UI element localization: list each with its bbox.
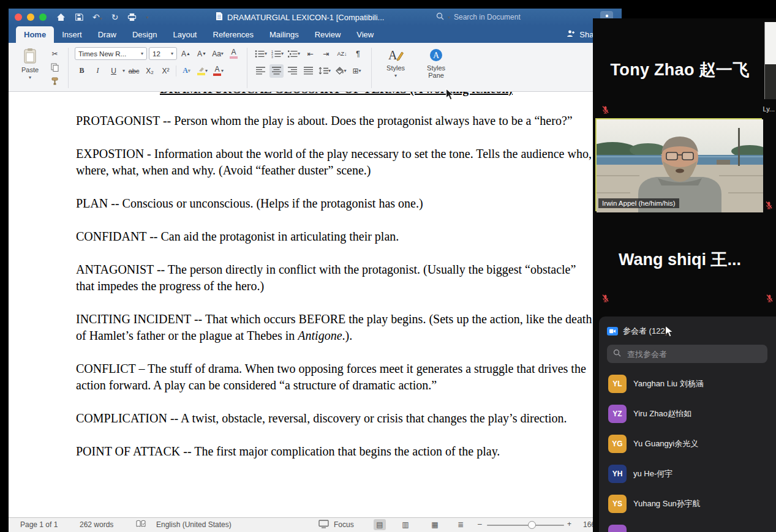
- styles-pane-button[interactable]: A Styles Pane: [418, 46, 454, 90]
- participant-row[interactable]: YLYanghan Liu 刘杨涵: [599, 369, 776, 399]
- paragraph-group: ▾ 123▾ ▾ ⇤ ⇥ AZ↓ ¶ ▾ ▾ ⊞▾: [254, 46, 365, 90]
- text-effects-button[interactable]: A▾: [179, 64, 194, 78]
- bullets-button[interactable]: ▾: [254, 47, 268, 61]
- redo-icon[interactable]: ↻: [111, 12, 119, 22]
- superscript-button[interactable]: X²: [159, 64, 173, 78]
- shading-bucket-button[interactable]: ▾: [334, 64, 348, 78]
- close-window-button[interactable]: [15, 13, 22, 21]
- shrink-font-button[interactable]: A▼: [195, 47, 209, 61]
- corner-participant-name: Ly...: [763, 105, 775, 113]
- zoom-window-button[interactable]: [39, 13, 47, 21]
- decrease-indent-button[interactable]: ⇤: [303, 47, 317, 61]
- mouse-cursor-document: [445, 88, 456, 104]
- participant-name: Yu Guangyi余光义: [633, 438, 698, 449]
- tab-home[interactable]: Home: [16, 26, 54, 43]
- clear-formatting-button[interactable]: A: [227, 47, 241, 61]
- paste-button[interactable]: Paste ▾: [16, 46, 44, 90]
- change-case-button[interactable]: Aa▾: [211, 47, 225, 61]
- spellcheck-icon[interactable]: [136, 520, 146, 530]
- tab-review[interactable]: Review: [307, 26, 349, 43]
- paste-caret[interactable]: ▾: [29, 75, 31, 80]
- tab-references[interactable]: References: [205, 26, 262, 43]
- print-layout-view-button[interactable]: ▤: [374, 519, 386, 530]
- home-icon[interactable]: [56, 13, 66, 21]
- copy-button[interactable]: [48, 62, 62, 73]
- font-name-combo[interactable]: Times New R...▾: [75, 47, 147, 60]
- participant-name: Yiru Zhao赵怡如: [633, 408, 691, 419]
- clipped-heading: DRAMATURGICAL GLOSSARY OF TERMS (A worki…: [76, 92, 597, 96]
- numbering-button[interactable]: 123▾: [270, 47, 285, 61]
- svg-text:A: A: [433, 51, 440, 60]
- cut-button[interactable]: ✂: [48, 48, 62, 59]
- participant-row[interactable]: YZYiru Zhao赵怡如: [599, 399, 776, 429]
- styles-icon: A: [388, 48, 404, 64]
- strikethrough-button[interactable]: abc: [127, 64, 141, 78]
- italic-button[interactable]: I: [91, 64, 105, 78]
- participant-row[interactable]: [599, 519, 776, 532]
- line-spacing-button[interactable]: ▾: [317, 64, 332, 78]
- zoom-in-button[interactable]: +: [567, 520, 571, 528]
- doc-paragraph: INCITING INCIDENT -- That which occurs B…: [76, 311, 597, 344]
- participant-row[interactable]: YGYu Guangyi余光义: [599, 429, 776, 459]
- tab-design[interactable]: Design: [124, 26, 165, 43]
- participant-name-bottom: Wang shiqi 王...: [593, 249, 767, 271]
- ribbon-tabs: HomeInsertDrawDesignLayoutReferencesMail…: [16, 26, 382, 43]
- styles-caret[interactable]: ▾: [394, 72, 397, 80]
- page-count[interactable]: Page 1 of 1: [20, 520, 58, 529]
- justify-button[interactable]: [301, 64, 315, 78]
- zoom-out-button[interactable]: –: [478, 520, 482, 528]
- language-status[interactable]: English (United States): [156, 520, 232, 529]
- doc-paragraph: CONFLICT – The stuff of drama. When two …: [76, 361, 597, 394]
- participant-row[interactable]: YSYuhang Sun孙宇航: [599, 489, 776, 519]
- toolbar-overflow-caret[interactable]: ▾: [146, 15, 148, 20]
- outline-view-button[interactable]: ≣: [454, 519, 467, 530]
- multilevel-list-button[interactable]: ▾: [287, 47, 301, 61]
- highlight-button[interactable]: ▾: [195, 64, 209, 78]
- subscript-button[interactable]: X₂: [143, 64, 157, 78]
- increase-indent-button[interactable]: ⇥: [319, 47, 333, 61]
- participant-avatar: [608, 525, 627, 532]
- focus-label[interactable]: Focus: [334, 520, 354, 529]
- minimize-window-button[interactable]: [27, 13, 34, 21]
- magnifier-icon: [613, 348, 621, 359]
- tab-insert[interactable]: Insert: [54, 26, 90, 43]
- active-speaker-video[interactable]: Irwin Appel (he/him/his): [595, 118, 762, 211]
- tab-layout[interactable]: Layout: [165, 26, 205, 43]
- word-titlebar: ↶▾ ↻ ▾ DRAMATURGIAL LEXICON-1 [Compatibi…: [9, 9, 622, 26]
- align-right-button[interactable]: [285, 64, 299, 78]
- focus-icon[interactable]: [318, 520, 329, 530]
- document-page[interactable]: DRAMATURGICAL GLOSSARY OF TERMS (A worki…: [9, 92, 622, 517]
- search-scope-caret[interactable]: ▾: [448, 15, 450, 20]
- participant-row[interactable]: YHyu He-何宇: [599, 459, 776, 489]
- font-color-button[interactable]: A▾: [211, 64, 225, 78]
- participant-avatar: YL: [608, 375, 627, 393]
- format-painter-icon[interactable]: [48, 75, 62, 86]
- tab-view[interactable]: View: [348, 26, 382, 43]
- video-name-tag: Irwin Appel (he/him/his): [598, 198, 679, 208]
- tab-draw[interactable]: Draw: [90, 26, 124, 43]
- zoom-slider-thumb[interactable]: [528, 521, 536, 529]
- align-left-button[interactable]: [254, 64, 268, 78]
- web-layout-view-button[interactable]: ▦: [429, 519, 441, 530]
- font-size-combo[interactable]: 12▾: [149, 47, 177, 60]
- participant-search[interactable]: [607, 345, 767, 363]
- participants-count-label: 参会者 (122): [623, 326, 668, 337]
- search-in-document[interactable]: ▾ Search in Document: [436, 9, 521, 26]
- read-mode-view-button[interactable]: ▥: [399, 519, 412, 530]
- word-count[interactable]: 262 words: [80, 520, 113, 529]
- underline-button[interactable]: U: [107, 64, 121, 78]
- grow-font-button[interactable]: A▲: [179, 47, 193, 61]
- tab-mailings[interactable]: Mailings: [262, 26, 307, 43]
- bold-button[interactable]: B: [75, 64, 89, 78]
- styles-button[interactable]: A Styles ▾: [378, 46, 413, 90]
- underline-caret[interactable]: ▾: [122, 68, 125, 73]
- zoom-slider-track[interactable]: [487, 525, 564, 526]
- save-icon[interactable]: [75, 13, 83, 21]
- pilcrow-button[interactable]: ¶: [351, 47, 365, 61]
- participant-search-input[interactable]: [626, 349, 761, 359]
- print-icon[interactable]: [127, 13, 137, 21]
- align-center-button[interactable]: [269, 64, 284, 78]
- undo-icon[interactable]: ↶▾: [92, 12, 102, 22]
- sort-button[interactable]: AZ↓: [335, 47, 349, 61]
- borders-button[interactable]: ⊞▾: [350, 64, 364, 78]
